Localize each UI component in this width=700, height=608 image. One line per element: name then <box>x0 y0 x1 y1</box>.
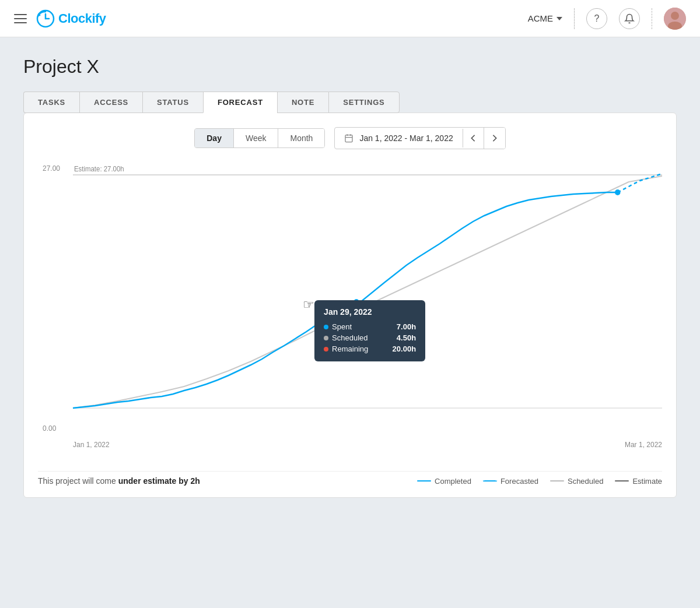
footer-summary: This project will come under estimate by… <box>38 476 200 486</box>
tab-status[interactable]: STATUS <box>142 92 203 113</box>
chart-legend: Completed Forecasted Scheduled Estimate <box>417 477 662 486</box>
scheduled-line <box>73 176 662 408</box>
legend-scheduled-label: Scheduled <box>568 477 603 486</box>
tab-settings[interactable]: SETTINGS <box>328 92 399 113</box>
date-range-label: Jan 1, 2022 - Mar 1, 2022 <box>335 129 463 147</box>
workspace-selector[interactable]: ACME <box>528 13 562 23</box>
tab-note[interactable]: NOTE <box>277 92 328 113</box>
chart-controls: Day Week Month Jan 1, 2022 - Mar 1, 2022 <box>38 127 662 149</box>
legend-forecasted-label: Forecasted <box>501 477 538 486</box>
chevron-right-icon <box>492 134 498 142</box>
legend-estimate-line <box>615 480 629 482</box>
notifications-button[interactable] <box>619 8 640 29</box>
chart-footer: This project will come under estimate by… <box>38 471 662 486</box>
logo: Clockify <box>36 9 106 28</box>
chart-area: 27.00 0.00 Estimate: 27.00h <box>38 163 662 466</box>
workspace-chevron-icon <box>556 17 562 20</box>
avatar-image <box>664 8 686 30</box>
period-day-button[interactable]: Day <box>195 129 234 147</box>
legend-estimate: Estimate <box>615 477 662 486</box>
header-left: Clockify <box>14 9 106 28</box>
tab-tasks[interactable]: TASKS <box>23 92 79 113</box>
header-divider-2 <box>652 8 652 29</box>
svg-rect-5 <box>345 135 352 142</box>
project-tabs: TASKS ACCESS STATUS FORECAST NOTE SETTIN… <box>23 92 677 113</box>
forecast-chart-card: Day Week Month Jan 1, 2022 - Mar 1, 2022 <box>23 113 677 498</box>
x-axis-start-label: Jan 1, 2022 <box>73 441 110 449</box>
workspace-name: ACME <box>528 13 553 23</box>
legend-completed-line <box>417 480 431 482</box>
calendar-icon <box>344 133 354 143</box>
legend-forecasted: Forecasted <box>483 477 538 486</box>
legend-scheduled-line <box>550 480 564 482</box>
clockify-logo-icon <box>36 9 55 28</box>
period-toggle: Day Week Month <box>194 128 325 148</box>
y-axis-top-label: 27.00 <box>43 164 60 173</box>
completed-line <box>73 192 618 408</box>
chart-svg: Estimate: 27.00h <box>73 163 662 431</box>
date-range-text: Jan 1, 2022 - Mar 1, 2022 <box>359 133 453 143</box>
estimate-line-label: Estimate: 27.00h <box>74 165 124 173</box>
header-right: ACME ? <box>528 8 686 30</box>
legend-estimate-label: Estimate <box>632 477 662 486</box>
forecasted-line <box>618 174 662 192</box>
page-title: Project X <box>23 56 677 78</box>
chart-inner: 27.00 0.00 Estimate: 27.00h <box>73 163 662 449</box>
completed-end-dot <box>615 189 621 195</box>
period-month-button[interactable]: Month <box>278 129 324 147</box>
bell-icon <box>624 13 635 24</box>
header: Clockify ACME ? <box>0 0 700 37</box>
logo-text: Clockify <box>58 11 106 26</box>
help-button[interactable]: ? <box>586 8 607 29</box>
tab-forecast[interactable]: FORECAST <box>203 92 277 113</box>
period-week-button[interactable]: Week <box>234 129 279 147</box>
svg-point-3 <box>671 12 679 20</box>
date-next-button[interactable] <box>484 128 505 149</box>
legend-scheduled: Scheduled <box>550 477 603 486</box>
hamburger-menu[interactable] <box>14 14 27 23</box>
chevron-left-icon <box>470 134 476 142</box>
main-content: Project X TASKS ACCESS STATUS FORECAST N… <box>0 37 700 516</box>
tab-access[interactable]: ACCESS <box>79 92 142 113</box>
legend-completed-label: Completed <box>435 477 471 486</box>
y-axis-bottom-label: 0.00 <box>43 424 56 433</box>
legend-completed: Completed <box>417 477 471 486</box>
x-axis-end-label: Mar 1, 2022 <box>625 441 662 449</box>
header-divider-1 <box>574 8 575 29</box>
user-avatar[interactable] <box>664 8 686 30</box>
legend-forecasted-line <box>483 480 497 482</box>
date-range-picker[interactable]: Jan 1, 2022 - Mar 1, 2022 <box>334 127 505 149</box>
date-prev-button[interactable] <box>463 128 484 149</box>
tooltip-anchor-dot <box>354 299 359 305</box>
